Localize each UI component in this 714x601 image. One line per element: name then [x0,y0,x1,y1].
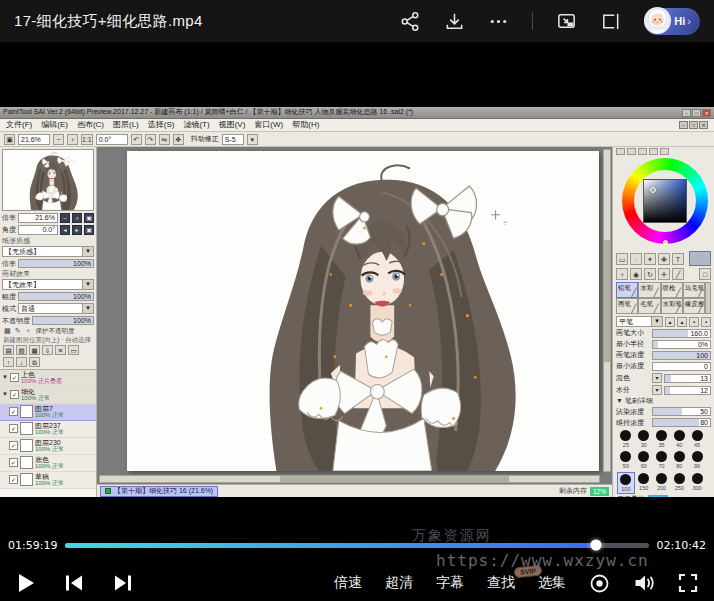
wand-tool-icon: ✶ [644,253,656,265]
find-button[interactable]: 查找 [487,574,515,592]
canvas-paper [127,151,599,471]
layer-row: ✓ 草稿100% 正常 [0,472,96,489]
density-slider: 100 [652,351,711,360]
new-folder-button: ▨ [16,345,27,355]
sai-canvas-area: 【第十期】细化技巧 16 (21.6%) 剩余内存 12% [97,147,612,497]
layer-row: ✓ 图层230100% 正常 [0,438,96,455]
share-icon[interactable] [400,11,421,32]
layer-toolbar-row1: ▤ ▨ ▦ ⇩ ✕ ▭ [0,344,96,356]
top-bar-divider [532,12,533,30]
dilution-dropdown-icon: ▾ [652,385,662,395]
sai-canvas-toolbar: ▣ 21.6% − ＋ 1:1 0.0° ↶ ↷ ⇋ ✥ 抖动修正 S-5 ▾ [0,132,714,147]
layer-down-button: ↓ [16,357,27,367]
speed-button[interactable]: 倍速 [334,574,362,592]
nav-angle-label: 角度 [2,226,16,234]
layer-visibility-checkbox: ✓ [9,458,18,467]
more-options-icon[interactable] [488,11,509,32]
layer-folder-row: ▼ ✓ 细化100% 正常 [0,387,96,404]
brush-grid: 铅笔╱ 水彩╱ 喷枪╱ 马克笔╱ 画笔╱ 毛笔╱ 水彩笔╱ 橡皮擦╱ [616,282,711,314]
progress-handle[interactable] [591,540,602,551]
size-unit-button-4: ▪ [701,317,711,327]
mini-player-icon[interactable] [600,11,621,32]
chevron-right-icon: › [687,15,691,27]
canvas-horizontal-scrollbar [99,475,600,483]
subtitle-button[interactable]: 字幕 [436,574,464,592]
blend-dropdown-icon: ▾ [652,373,662,383]
previous-button[interactable] [63,574,85,592]
dilution-row: 水分 ▾ 12 [613,384,714,396]
brush-pencil: 铅笔╱ [616,282,638,298]
episodes-button[interactable]: 选集 [538,574,566,592]
size-preset: 70 [653,450,671,470]
current-color-swatch [689,251,711,266]
nav-zoom-fit-button: ▣ [84,213,94,223]
tool-row-1: ▭ ◌ ✶ ✥ T [613,250,714,267]
artwork-illustration [127,151,599,471]
size-preset: 45 [688,429,706,449]
brush-detail-header: ▼ 笔刷详细 [613,396,714,406]
brush-size-slider: 160.0 [652,329,711,338]
current-time: 01:59:19 [8,539,57,552]
brush-size-presets: 25 30 35 40 45 50 60 70 80 90 100 150 20… [613,428,714,494]
smudge-row: 沾染浓度 50 [613,406,714,417]
progress-fill [65,543,596,548]
new-canvas-button: ▣ [4,134,15,145]
picture-in-picture-icon[interactable] [556,11,577,32]
sai-close-button: ✕ [702,109,711,117]
download-icon[interactable] [444,11,465,32]
fullscreen-icon[interactable] [678,573,698,593]
size-preset: 30 [635,429,653,449]
volume-icon[interactable] [633,573,655,593]
color-wheel-panel [613,156,714,250]
sv-marker [650,187,656,193]
rotate-tool-icon: ↻ [644,268,656,280]
zoom-in-button: ＋ [67,134,78,145]
record-settings-icon[interactable] [589,573,610,594]
avatar-label: Hi [674,15,685,27]
effect-dropdown-arrow: ▼ [83,279,94,290]
rotate-ccw-button: ↶ [131,134,142,145]
video-player: ÷ 17-细化技巧+细化思路.mp4 [0,0,714,601]
document-tab: 【第十期】细化技巧 16 (21.6%) [100,486,218,497]
user-account-button[interactable]: Hi › [644,8,700,35]
zoom-reset-button: 1:1 [81,134,93,145]
doc-close-button: ✕ [699,121,708,129]
keep-density-row: 维持浓度 80 [613,417,714,428]
effect-section-label: 画材效果 [0,269,96,278]
size-preset: 300 [688,472,706,494]
blend-mode-dropdown: 普通 ▼ [18,303,94,314]
size-preset: 50 [617,450,635,470]
layer-row: ✓ 图层237100% 正常 [0,421,96,438]
dilution-slider: 12 [664,386,711,395]
size-preset-selected: 100 [617,472,635,494]
size-preset: 40 [670,429,688,449]
sai-left-panel: 倍率 21.6% − ＋ ▣ 角度 0.0° ◂ ▸ ▣ 纸张质感 【无质感】 … [0,147,97,497]
video-content-sai-window[interactable]: PaintTool SAI Ver.2 (64bit) Preview.2017… [0,107,714,497]
play-button[interactable] [16,572,36,594]
clipping-icon: ＋ [25,327,32,335]
size-unit-row: 显示单位 像素 [613,494,714,497]
hue-marker [663,240,668,245]
next-button[interactable] [112,574,134,592]
angle-field: 0.0° [96,134,128,145]
size-preset: 200 [653,472,671,494]
menu-edit: 编辑(E) [41,120,68,129]
brush-airbrush: 喷枪╱ [661,282,683,298]
tool-row-2: ＋ ◉ ↻ ✛ ╱ □ [613,267,714,281]
quality-button[interactable]: 超清 [385,574,413,592]
layer-thumbnail [20,405,33,418]
nav-angle-value: 0.0° [18,225,58,235]
layer-visibility-checkbox: ✓ [9,475,18,484]
document-icon [105,488,111,494]
size-preset: 250 [670,472,688,494]
nav-rotate-reset-button: ▣ [84,225,94,235]
color-wheel-tab [616,148,625,155]
nav-zoom-value: 21.6% [18,213,58,223]
layer-opacity-slider: 100% [32,316,94,325]
lock-label: 保护不透明度 [36,327,75,335]
progress-bar[interactable] [65,543,648,548]
brush-eraser: 橡皮擦╱ [683,298,705,314]
video-title: 17-细化技巧+细化思路.mp4 [14,12,203,31]
texture-scale-slider: 100% [18,259,94,268]
hsv-slider-tab [638,148,647,155]
